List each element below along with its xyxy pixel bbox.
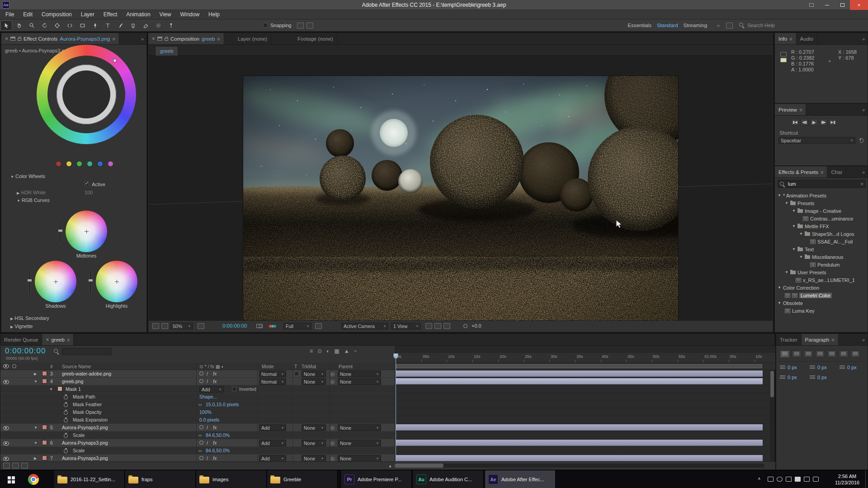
taskbar-folder-settings[interactable]: 2016-11-22_Settin...	[54, 470, 125, 488]
col-source-name[interactable]: Source Name	[62, 364, 91, 369]
indent-first-control[interactable]: 0 px	[810, 365, 827, 370]
hand-tool[interactable]	[13, 20, 25, 31]
camera-dropdown[interactable]: Active Camera	[341, 323, 388, 329]
panel-overflow-icon[interactable]: »	[859, 33, 868, 44]
panel-menu-icon[interactable]: ≡	[67, 337, 70, 343]
tab-effect-controls[interactable]: × Effect Controls Aurora-Psynaps3.png ≡	[1, 33, 119, 44]
tree-luma-key[interactable]: Luma Key	[775, 307, 864, 314]
tree-lumetri-preset[interactable]: x_RS_ae...LUMETRI_1	[775, 276, 864, 284]
tab-audio[interactable]: Audio	[797, 33, 817, 44]
stopwatch-icon[interactable]	[64, 418, 68, 422]
viewer-tab-greeb[interactable]: greeb	[155, 46, 178, 56]
highlights-slider[interactable]	[90, 269, 91, 293]
pickwhip-icon[interactable]: ◎	[330, 440, 335, 446]
taskbar-after-effects[interactable]: AeAdobe After Effec...	[485, 470, 556, 488]
layer-color-chip[interactable]	[42, 425, 47, 430]
track-row[interactable]	[395, 439, 770, 447]
panel-menu-icon[interactable]: ≡	[112, 36, 115, 42]
workspace-standard[interactable]: Standard	[654, 23, 681, 28]
motion-blur-icon[interactable]: ▲	[344, 348, 349, 354]
mask-mode-dropdown[interactable]: Add	[199, 386, 224, 393]
twirl-icon[interactable]: ▼	[34, 380, 38, 384]
layer-color-chip[interactable]	[42, 455, 47, 460]
menu-edit[interactable]: Edit	[19, 10, 37, 19]
stopwatch-icon[interactable]	[64, 410, 68, 415]
eye-icon[interactable]	[3, 426, 9, 430]
trkmat-dropdown[interactable]: None	[302, 455, 326, 462]
menu-effect[interactable]: Effect	[99, 10, 122, 19]
shy-icon[interactable]: ◐	[326, 348, 330, 354]
stopwatch-icon[interactable]	[64, 402, 68, 407]
workspace-streaming[interactable]: Streaming	[681, 23, 710, 28]
tab-info[interactable]: Info≡	[775, 33, 797, 44]
twirl-icon[interactable]: ▼	[49, 387, 53, 391]
close-icon[interactable]: ×	[46, 337, 49, 343]
justify-all-button[interactable]	[850, 350, 860, 358]
snap-option2-icon[interactable]	[307, 23, 313, 28]
tree-obsolete[interactable]: ▼Obsolete	[775, 299, 864, 307]
tab-character[interactable]: Char	[827, 166, 846, 178]
tab-tracker[interactable]: Tracker	[776, 334, 802, 345]
draft-3d-icon[interactable]: ⊙	[317, 348, 322, 354]
expand-toggle-icon[interactable]	[3, 463, 10, 469]
col-parent[interactable]: Parent	[339, 364, 353, 369]
shadows-slider[interactable]	[28, 269, 30, 293]
col-trkmat[interactable]: TrkMat	[302, 364, 316, 369]
mask-name[interactable]: Mask 1	[66, 386, 81, 392]
pickwhip-icon[interactable]: ◎	[330, 379, 335, 384]
last-frame-button[interactable]: ▶▮	[829, 119, 837, 126]
tree-color-correction[interactable]: ▼Color Correction	[775, 284, 864, 291]
trkmat-dropdown[interactable]: None	[302, 371, 326, 377]
menu-view[interactable]: View	[155, 10, 176, 19]
close-icon[interactable]: ×	[152, 36, 155, 42]
vignette-section[interactable]: ▶ Vignette	[10, 324, 33, 329]
switch-icon[interactable]	[199, 456, 203, 460]
justify-last-left-button[interactable]	[815, 350, 825, 358]
twirl-icon[interactable]: ▶	[34, 372, 37, 376]
justify-last-right-button[interactable]	[839, 350, 849, 358]
mode-dropdown[interactable]: Add	[259, 440, 286, 446]
roi-icon[interactable]	[315, 323, 322, 329]
timeline-search-icon[interactable]	[54, 349, 59, 354]
stopwatch-icon[interactable]	[64, 433, 68, 438]
property-value[interactable]: 100%	[199, 409, 212, 415]
layer-name[interactable]: Aurora-Psynaps3.png	[62, 425, 108, 430]
magenta-swatch[interactable]	[108, 161, 113, 167]
layer-duration-bar[interactable]	[396, 371, 763, 377]
layer-duration-bar[interactable]	[396, 378, 763, 385]
close-button[interactable]: ×	[850, 0, 868, 10]
align-right-button[interactable]	[803, 350, 813, 358]
layer-name[interactable]: greeb-water-adobe.png	[62, 371, 111, 376]
timeline-horizontal-scrollbar[interactable]	[395, 464, 764, 468]
brush-tool[interactable]	[114, 20, 126, 31]
switch-icon[interactable]	[199, 425, 203, 429]
start-button[interactable]	[0, 470, 22, 488]
pen-tool[interactable]	[89, 20, 101, 31]
first-frame-button[interactable]: ▮◀	[791, 119, 799, 126]
switch-icon[interactable]	[199, 441, 203, 445]
tab-footage[interactable]: Footage (none)	[294, 33, 337, 44]
exposure-value[interactable]: +0.0	[472, 323, 481, 328]
prop-row-scale-5[interactable]: Scale ∞ 84.6,50.0%	[0, 432, 395, 439]
camera-tool[interactable]	[51, 20, 63, 31]
teal-swatch[interactable]	[87, 161, 93, 167]
mask-group-row[interactable]: ▼ Mask 1 Add Inverted	[0, 385, 395, 393]
tree-presets[interactable]: ▼Presets	[775, 199, 864, 207]
snapshot-icon[interactable]	[256, 324, 263, 328]
layer-row-6[interactable]: ▼ 6 Aurora-Psynaps3.png /fx Add None ◎ N…	[0, 439, 395, 447]
pan-behind-tool[interactable]	[64, 20, 75, 31]
green-swatch[interactable]	[76, 161, 82, 167]
panel-menu-icon[interactable]: ≡	[217, 36, 220, 42]
lumetri-color-wheel[interactable]	[37, 45, 136, 144]
space-before-control[interactable]: 0 px	[780, 375, 797, 380]
wheel-marker[interactable]	[113, 59, 117, 62]
align-center-button[interactable]	[792, 350, 802, 358]
tray-volume-icon[interactable]	[786, 477, 792, 482]
layer-duration-bar[interactable]	[396, 424, 763, 431]
property-value[interactable]: 0.0 pixels	[199, 417, 219, 422]
snapping-checkbox[interactable]	[263, 23, 268, 28]
stopwatch-icon[interactable]	[64, 394, 68, 399]
tree-ssae-foil[interactable]: SSAE_Al..._Foil	[775, 238, 864, 245]
tray-language-icon[interactable]	[795, 477, 801, 482]
eye-icon[interactable]	[3, 441, 9, 446]
